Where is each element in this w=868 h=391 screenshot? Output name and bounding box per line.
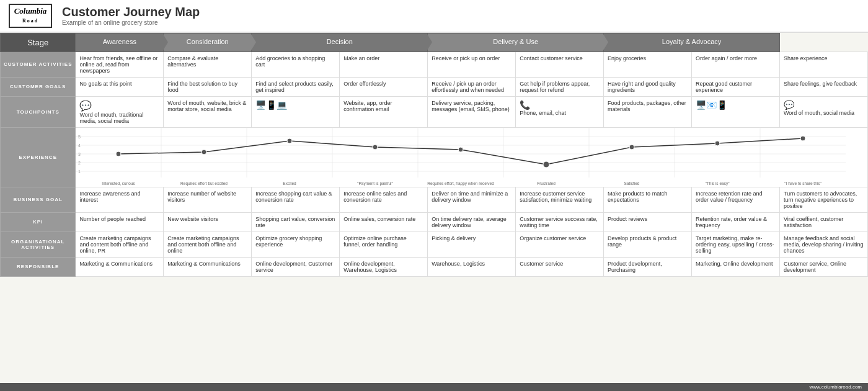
svg-point-19	[202, 150, 206, 155]
business-goal-row: BUSINESS GOAL Increase awareness and int…	[1, 187, 868, 212]
svg-point-18	[116, 151, 121, 156]
svg-point-23	[543, 161, 549, 168]
cg-cell-6: Have right and good quality ingredients	[604, 77, 692, 96]
oa-cell-0: Create marketing campaigns and content b…	[76, 231, 164, 257]
kpi-cell-0: Number of people reached	[76, 212, 164, 231]
svg-point-25	[715, 141, 720, 146]
stage-header-row: Stage Awareness Consideration Decision D…	[1, 33, 868, 52]
bg-cell-4: Deliver on time and minimize a delivery …	[428, 187, 516, 212]
tp-cell-8: 💬 Word of mouth, social media	[780, 96, 868, 127]
svg-text:Requires effort, happy when re: Requires effort, happy when received	[428, 181, 495, 186]
cg-cell-0: No goals at this point	[76, 77, 164, 96]
experience-chart-cell: 5 4 3 2 1	[76, 127, 868, 187]
r-cell-3: Online development, Warehouse, Logistics	[340, 257, 428, 276]
svg-text:4: 4	[78, 143, 81, 148]
oa-cell-4: Picking & delivery	[428, 231, 516, 257]
oa-cell-8: Manage feedback and social media, develo…	[780, 231, 868, 257]
svg-point-20	[287, 138, 292, 143]
experience-chart: 5 4 3 2 1	[76, 128, 867, 187]
r-cell-2: Online development, Customer service	[252, 257, 340, 276]
bg-cell-6: Make products to match expectations	[604, 187, 692, 212]
cg-cell-1: Find the best solution to buy food	[164, 77, 252, 96]
oa-cell-1: Create marketing campaigns and content b…	[164, 231, 252, 257]
tp-cell-3: Website, app, order confirmation email	[340, 96, 428, 127]
tp-cell-1: Word of mouth, website, brick & mortar s…	[164, 96, 252, 127]
svg-point-21	[373, 145, 378, 150]
svg-point-22	[458, 147, 463, 152]
kpi-cell-5: Customer service success rate, waiting t…	[516, 212, 604, 231]
customer-goals-row: CUSTOMER GOALS No goals at this point Fi…	[1, 77, 868, 96]
section-responsible: RESPONSIBLE	[1, 257, 76, 276]
section-touchpoints: TOUCHPOINTS	[1, 96, 76, 127]
svg-text:Satisfied: Satisfied	[624, 181, 640, 186]
tp-cell-5: 📞 Phone, email, chat	[516, 96, 604, 127]
r-cell-6: Product development, Purchasing	[604, 257, 692, 276]
footer: www.columbiaroad.com	[0, 383, 868, 391]
svg-text:Requires effort but excited: Requires effort but excited	[180, 181, 228, 186]
tp-cell-7: 🖥️📧📱	[692, 96, 780, 127]
svg-point-26	[800, 136, 805, 141]
page-title: Customer Journey Map	[62, 5, 200, 19]
org-activities-row: ORGANISATIONAL ACTIVITIES Create marketi…	[1, 231, 868, 257]
kpi-cell-3: Online sales, conversion rate	[340, 212, 428, 231]
svg-text:"Payment is painful": "Payment is painful"	[358, 181, 394, 186]
cg-cell-3: Order effortlessly	[340, 77, 428, 96]
r-cell-8: Customer service, Online development	[780, 257, 868, 276]
customer-activities-row: CUSTOMER ACTIVITIES Hear from friends, s…	[1, 52, 868, 77]
title-block: Customer Journey Map Example of an onlin…	[62, 5, 200, 26]
svg-text:Frustrated: Frustrated	[538, 181, 556, 186]
svg-text:2: 2	[78, 161, 81, 165]
header: Columbia Road Customer Journey Map Examp…	[0, 0, 868, 33]
svg-text:Interested, curious: Interested, curious	[102, 181, 136, 186]
ca-cell-1: Compare & evaluate alternatives	[164, 52, 252, 77]
svg-text:"This is easy": "This is easy"	[706, 181, 730, 186]
kpi-cell-2: Shopping cart value, conversion rate	[252, 212, 340, 231]
ca-cell-6: Enjoy groceries	[604, 52, 692, 77]
r-cell-0: Marketing & Communications	[76, 257, 164, 276]
touchpoints-row: TOUCHPOINTS 💬 Word of mouth, traditional…	[1, 96, 868, 127]
ca-cell-3: Make an order	[340, 52, 428, 77]
experience-row: EXPERIENCE 5 4 3 2 1	[1, 127, 868, 187]
bg-cell-3: Increase online sales and conversion rat…	[340, 187, 428, 212]
kpi-cell-6: Product reviews	[604, 212, 692, 231]
journey-map-table: Stage Awareness Consideration Decision D…	[0, 33, 868, 277]
stage-delivery: Delivery & Use	[428, 33, 604, 52]
oa-cell-2: Optimize grocery shopping experience	[252, 231, 340, 257]
r-cell-5: Customer service	[516, 257, 604, 276]
r-cell-1: Marketing & Communications	[164, 257, 252, 276]
bg-cell-7: Increase retention rate and order value …	[692, 187, 780, 212]
responsible-row: RESPONSIBLE Marketing & Communications M…	[1, 257, 868, 276]
section-kpi: KPI	[1, 212, 76, 231]
cg-cell-8: Share feelings, give feedback	[780, 77, 868, 96]
section-customer-goals: CUSTOMER GOALS	[1, 77, 76, 96]
ca-cell-8: Share experience	[780, 52, 868, 77]
ca-cell-4: Receive or pick up on order	[428, 52, 516, 77]
svg-text:5: 5	[78, 135, 81, 139]
stage-label-header: Stage	[1, 33, 76, 52]
section-experience: EXPERIENCE	[1, 127, 76, 187]
map-container: Stage Awareness Consideration Decision D…	[0, 33, 868, 385]
svg-text:3: 3	[78, 152, 81, 156]
experience-svg: 5 4 3 2 1	[76, 128, 846, 187]
ca-cell-2: Add groceries to a shopping cart	[252, 52, 340, 77]
svg-text:1: 1	[78, 169, 81, 174]
tp-cell-0: 💬 Word of mouth, traditional media, soci…	[76, 96, 164, 127]
tp-cell-2: 🖥️📱💻	[252, 96, 340, 127]
svg-text:"I have to share this": "I have to share this"	[785, 181, 822, 186]
cg-cell-4: Receive / pick up an order effortlessly …	[428, 77, 516, 96]
svg-text:Excited: Excited	[283, 181, 297, 186]
cg-cell-5: Get help if problems appear, request for…	[516, 77, 604, 96]
svg-point-24	[629, 145, 634, 150]
logo: Columbia Road	[9, 4, 52, 28]
section-org-activities: ORGANISATIONAL ACTIVITIES	[1, 231, 76, 257]
ca-cell-5: Contact customer service	[516, 52, 604, 77]
ca-cell-7: Order again / order more	[692, 52, 780, 77]
bg-cell-2: Increase shopping cart value & conversio…	[252, 187, 340, 212]
kpi-cell-7: Retention rate, order value & frequency	[692, 212, 780, 231]
tp-cell-4: Delivery service, packing, messages (ema…	[428, 96, 516, 127]
cg-cell-2: Find and select products easily, get ins…	[252, 77, 340, 96]
bg-cell-5: Increase customer service satisfaction, …	[516, 187, 604, 212]
r-cell-7: Marketing, Online development	[692, 257, 780, 276]
bg-cell-0: Increase awareness and interest	[76, 187, 164, 212]
section-customer-activities: CUSTOMER ACTIVITIES	[1, 52, 76, 77]
